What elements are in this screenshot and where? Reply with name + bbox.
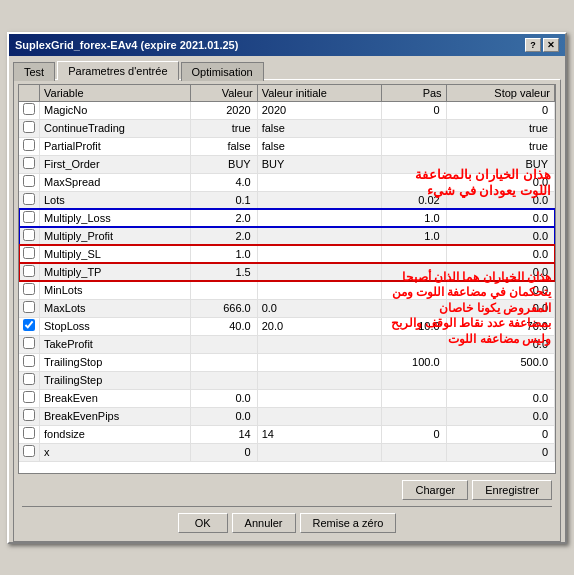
row-pas <box>382 407 447 425</box>
table-row: PartialProfitfalsefalsetrue <box>19 137 555 155</box>
row-variable: MinLots <box>40 281 191 299</box>
row-pas: 1.0 <box>382 209 447 227</box>
row-valeur[interactable]: 666.0 <box>190 299 257 317</box>
table-row: First_OrderBUYBUYBUY <box>19 155 555 173</box>
remise-button[interactable]: Remise a zéro <box>300 513 397 533</box>
row-valeur[interactable]: 0 <box>190 443 257 461</box>
table-header-row: Variable Valeur Valeur initiale Pas Stop… <box>19 85 555 102</box>
row-pas <box>382 263 447 281</box>
row-pas <box>382 299 447 317</box>
row-valeur[interactable]: true <box>190 119 257 137</box>
row-initiale <box>257 389 381 407</box>
row-valeur[interactable]: 2.0 <box>190 209 257 227</box>
row-stop: 0.0 <box>446 389 554 407</box>
row-checkbox[interactable] <box>23 445 35 457</box>
tab-optimisation[interactable]: Optimisation <box>181 62 264 81</box>
tab-test[interactable]: Test <box>13 62 55 81</box>
close-button[interactable]: ✕ <box>543 38 559 52</box>
row-checkbox[interactable] <box>23 373 35 385</box>
row-checkbox[interactable] <box>23 175 35 187</box>
row-checkbox[interactable] <box>23 247 35 259</box>
row-pas: 100.0 <box>382 353 447 371</box>
row-pas <box>382 173 447 191</box>
row-pas: 0 <box>382 101 447 119</box>
row-checkbox[interactable] <box>23 229 35 241</box>
row-stop: 0 <box>446 101 554 119</box>
row-pas <box>382 245 447 263</box>
table-row: Lots0.10.020.0 <box>19 191 555 209</box>
row-checkbox[interactable] <box>23 157 35 169</box>
row-checkbox[interactable] <box>23 211 35 223</box>
ok-button[interactable]: OK <box>178 513 228 533</box>
row-pas: 1.0 <box>382 227 447 245</box>
row-checkbox[interactable] <box>23 139 35 151</box>
col-stop: Stop valeur <box>446 85 554 102</box>
row-valeur[interactable]: 0.0 <box>190 407 257 425</box>
row-valeur[interactable]: 1.0 <box>190 245 257 263</box>
content-area: هذان الخياران بالمضاعفةاللوت يعودان في ش… <box>13 79 561 542</box>
row-initiale <box>257 335 381 353</box>
table-row: BreakEvenPips0.00.0 <box>19 407 555 425</box>
help-button[interactable]: ? <box>525 38 541 52</box>
row-initiale: 2020 <box>257 101 381 119</box>
charger-button[interactable]: Charger <box>402 480 468 500</box>
col-initiale: Valeur initiale <box>257 85 381 102</box>
row-valeur[interactable] <box>190 353 257 371</box>
annuler-button[interactable]: Annuler <box>232 513 296 533</box>
params-table-container: هذان الخياران بالمضاعفةاللوت يعودان في ش… <box>18 84 556 474</box>
row-checkbox[interactable] <box>23 103 35 115</box>
row-valeur[interactable]: 2020 <box>190 101 257 119</box>
row-checkbox[interactable] <box>23 391 35 403</box>
row-checkbox[interactable] <box>23 319 35 331</box>
row-pas <box>382 335 447 353</box>
row-variable: PartialProfit <box>40 137 191 155</box>
row-checkbox[interactable] <box>23 409 35 421</box>
row-checkbox[interactable] <box>23 121 35 133</box>
row-initiale: 20.0 <box>257 317 381 335</box>
row-valeur[interactable]: 1.5 <box>190 263 257 281</box>
tab-parametres[interactable]: Parametres d'entrée <box>57 61 178 80</box>
row-checkbox[interactable] <box>23 265 35 277</box>
table-row: TrailingStop100.0500.0 <box>19 353 555 371</box>
row-checkbox[interactable] <box>23 337 35 349</box>
row-initiale: 14 <box>257 425 381 443</box>
action-buttons: Charger Enregistrer <box>18 476 556 504</box>
row-valeur[interactable] <box>190 371 257 389</box>
table-row: MinLots0.0 <box>19 281 555 299</box>
row-variable: First_Order <box>40 155 191 173</box>
row-checkbox[interactable] <box>23 427 35 439</box>
table-row: Multiply_SL1.00.0 <box>19 245 555 263</box>
row-checkbox[interactable] <box>23 193 35 205</box>
row-stop: 0.0 <box>446 299 554 317</box>
row-initiale: false <box>257 137 381 155</box>
confirm-buttons: OK Annuler Remise a zéro <box>18 509 556 537</box>
table-row: StopLoss40.020.010.070.0 <box>19 317 555 335</box>
row-variable: BreakEvenPips <box>40 407 191 425</box>
row-checkbox[interactable] <box>23 301 35 313</box>
row-initiale <box>257 281 381 299</box>
row-variable: x <box>40 443 191 461</box>
row-valeur[interactable]: BUY <box>190 155 257 173</box>
row-pas <box>382 443 447 461</box>
row-stop: 0.0 <box>446 227 554 245</box>
row-stop: BUY <box>446 155 554 173</box>
col-pas: Pas <box>382 85 447 102</box>
enregistrer-button[interactable]: Enregistrer <box>472 480 552 500</box>
row-valeur[interactable]: 14 <box>190 425 257 443</box>
row-pas: 10.0 <box>382 317 447 335</box>
row-checkbox[interactable] <box>23 355 35 367</box>
row-valeur[interactable]: 4.0 <box>190 173 257 191</box>
row-valeur[interactable] <box>190 335 257 353</box>
row-valeur[interactable] <box>190 281 257 299</box>
row-valeur[interactable]: 40.0 <box>190 317 257 335</box>
row-initiale: BUY <box>257 155 381 173</box>
row-valeur[interactable]: 2.0 <box>190 227 257 245</box>
row-checkbox[interactable] <box>23 283 35 295</box>
row-stop: 0.0 <box>446 191 554 209</box>
tabs-bar: Test Parametres d'entrée Optimisation <box>9 56 565 79</box>
row-valeur[interactable]: 0.0 <box>190 389 257 407</box>
row-valeur[interactable]: false <box>190 137 257 155</box>
row-valeur[interactable]: 0.1 <box>190 191 257 209</box>
table-row: Multiply_TP1.50.0 <box>19 263 555 281</box>
row-stop: 0.0 <box>446 407 554 425</box>
